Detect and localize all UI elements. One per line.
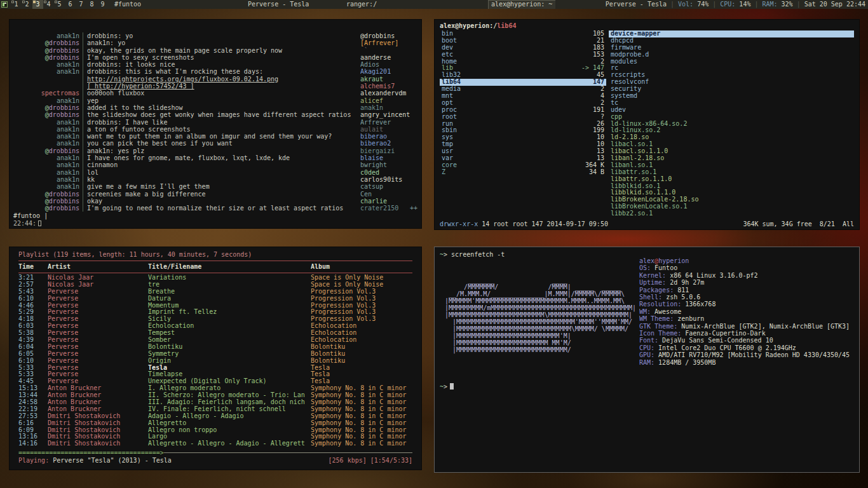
irc-nicklist-item[interactable]: Cen <box>360 191 417 198</box>
workspace-tag[interactable]: 8 <box>86 0 97 9</box>
ranger-preview-entry[interactable]: libBrokenLocale.so.1 <box>609 203 854 210</box>
ranger-preview-entry[interactable]: modprobe.d <box>609 51 854 58</box>
irc-nicklist-item[interactable]: Adios <box>360 61 417 68</box>
ranger-dir-entry[interactable]: lib64 147 <box>440 79 606 86</box>
workspace-tag[interactable]: 7 <box>76 0 86 9</box>
irc-nicklist-item[interactable]: alexandervdm <box>360 90 417 97</box>
ranger-preview-entry[interactable]: cpp <box>609 114 854 121</box>
ranger-preview-entry[interactable]: ld-linux.so.2 <box>609 127 854 134</box>
taskbar-item[interactable]: Perverse - Tesla <box>248 0 309 9</box>
ranger-preview-entry[interactable]: libbz2.so.1 <box>609 210 854 217</box>
ranger-preview-entry[interactable]: libblkid.so.1.1.0 <box>609 189 854 196</box>
playlist-track-row[interactable]: 6:10 Perverse Origin Bolontiku <box>18 358 412 365</box>
ranger-preview-entry[interactable]: ld-2.18.so <box>609 134 854 141</box>
ranger-window[interactable]: alex@hyperion:/lib64 bin 105 boot 21 dev <box>434 19 860 230</box>
playlist-track-row[interactable]: 5:43 Perverse Breathe Progression Vol.3 <box>18 288 412 295</box>
ranger-dir-entry[interactable]: var 13 <box>440 155 606 162</box>
playlist-track-row[interactable]: 27:53 Dmitri Shostakovich Adagio - Alleg… <box>18 413 412 420</box>
playlist-track-row[interactable]: 3:21 Nicolas Jaar Variations Space is On… <box>18 274 412 281</box>
ranger-dir-entry[interactable]: mnt 4 <box>440 93 606 100</box>
playlist-track-row[interactable]: 13:16 Dmitri Shostakovich Largo Symphony… <box>18 433 412 440</box>
ranger-preview-entry[interactable]: libattr.so.1 <box>609 169 854 176</box>
ranger-preview-entry[interactable]: rcscripts <box>609 72 854 79</box>
ranger-dir-entry[interactable]: home 2 <box>440 58 606 65</box>
shell-prompt-empty[interactable]: ~> <box>440 383 454 390</box>
irc-nicklist-item[interactable]: biberao2 <box>360 140 417 147</box>
playback-progress-bar[interactable]: =====================================> <box>18 449 412 456</box>
playlist-track-row[interactable]: 5:33 Perverse Timelapse Tesla <box>18 371 412 378</box>
irc-nicklist-item[interactable]: [Arfrever] <box>360 39 417 46</box>
ranger-dir-entry[interactable]: dev 183 <box>440 44 606 51</box>
ranger-preview-entry[interactable]: systemd <box>609 93 854 100</box>
irc-nicklist-item[interactable]: blaise <box>360 154 417 161</box>
playlist-track-row[interactable]: 4:46 Perverse Momentum Progression Vol.3 <box>18 302 412 309</box>
irc-nicklist-item[interactable]: aulait <box>360 126 417 133</box>
playlist-track-row[interactable]: 24:58 Anton Bruckner III. Adagio: Feierl… <box>18 399 412 406</box>
playlist-track-row[interactable]: 6:16 Dmitri Shostakovich Allegretto Symp… <box>18 420 412 427</box>
workspace-tag[interactable]: 4 <box>43 0 54 9</box>
playlist-track-row[interactable]: 4:18 Perverse Sicily Progression Vol.3 <box>18 316 412 323</box>
irc-nicklist-item[interactable]: _`_ <box>360 47 417 54</box>
ranger-dir-entry[interactable]: lib -> 147 <box>440 65 606 72</box>
playlist-track-row[interactable]: 5:33 Perverse Tesla Tesla <box>18 365 412 372</box>
playlist-track-row[interactable]: 14:16 Dmitri Shostakovich Allegretto - A… <box>18 440 412 447</box>
ranger-preview-entry[interactable]: libacl.so.1 <box>609 141 854 148</box>
ranger-dir-entry[interactable]: sys 10 <box>440 134 606 141</box>
playlist-track-row[interactable]: 6:09 Dmitri Shostakovich Allegro non tro… <box>18 427 412 434</box>
ranger-preview-entry[interactable]: tc <box>609 100 854 107</box>
irc-nicklist-item[interactable]: biergaizi <box>360 147 417 154</box>
ranger-dir-entry[interactable]: Z 34 B <box>440 169 606 176</box>
playlist-track-row[interactable]: 5:38 Perverse Tempest Echolocation <box>18 330 412 337</box>
ranger-preview-entry[interactable]: rc <box>609 65 854 72</box>
ranger-dir-entry[interactable]: sbin 199 <box>440 127 606 134</box>
ranger-preview-entry[interactable]: device-mapper <box>609 30 854 37</box>
ranger-dir-entry[interactable]: bin 105 <box>440 30 606 37</box>
ranger-preview-entry[interactable]: udev <box>609 107 854 114</box>
irc-nicklist-item[interactable]: catsup <box>360 183 417 190</box>
ranger-preview-entry[interactable]: libanl.so.1 <box>609 162 854 169</box>
irc-nicklist-item[interactable]: alicef <box>360 97 417 104</box>
irc-nicklist-item[interactable]: alchemis7 <box>360 83 417 90</box>
irc-nicklist-item[interactable]: anak1n <box>360 104 417 111</box>
workspace-tag[interactable]: 9 <box>97 0 108 9</box>
irc-nicklist-item[interactable]: biberao <box>360 133 417 140</box>
irc-input-line[interactable]: 22:44: <box>13 220 417 227</box>
ranger-preview-entry[interactable]: libBrokenLocale-2.18.so <box>609 196 854 203</box>
playlist-track-row[interactable]: 6:04 Perverse Bolontiku Bolontiku <box>18 344 412 351</box>
ranger-preview-entry[interactable]: libacl.so.1.1.0 <box>609 148 854 155</box>
ranger-preview-entry[interactable]: ld-linux-x86-64.so.2 <box>609 121 854 128</box>
irc-nicklist-item[interactable]: akraut <box>360 76 417 83</box>
terminal-window[interactable]: ~> screenfetch -t _______ ____ /MMMMMMM/… <box>434 247 860 473</box>
workspace-tag[interactable]: 2 <box>22 0 32 9</box>
workspace-tag[interactable]: 1 <box>11 0 22 9</box>
irc-nicklist-item[interactable]: crater2150 ++ <box>360 205 417 212</box>
ranger-dir-entry[interactable]: run 26 <box>440 121 606 128</box>
irc-nicklist-item[interactable]: c0ded <box>360 169 417 176</box>
layout-icon[interactable] <box>1 1 8 8</box>
playlist-track-row[interactable]: 5:29 Perverse Imprint ft. Tellez Progres… <box>18 309 412 316</box>
music-player-window[interactable]: Playlist (119 items, length: 11 hours, 4… <box>9 247 422 470</box>
ranger-preview-entry[interactable]: libblkid.so.1 <box>609 183 854 190</box>
playlist-track-row[interactable]: 13:44 Anton Bruckner II. Scherzo: Allegr… <box>18 392 412 399</box>
irc-nicklist-item[interactable]: charlie <box>360 198 417 205</box>
ranger-preview-entry[interactable]: resolvconf <box>609 79 854 86</box>
ranger-dir-entry[interactable]: opt 2 <box>440 100 606 107</box>
irc-nicklist-item[interactable]: aanderse <box>360 54 417 61</box>
ranger-dir-entry[interactable]: boot 21 <box>440 37 606 44</box>
playlist-track-row[interactable]: 6:05 Perverse Symmetry Bolontiku <box>18 351 412 358</box>
workspace-tag[interactable]: 6 <box>65 0 76 9</box>
taskbar-item[interactable]: alex@hyperion: ~ <box>488 0 555 9</box>
ranger-preview-entry[interactable]: security <box>609 86 854 93</box>
irc-window[interactable]: EsperNet &bitlbee #renoise #kxstudio #op… <box>9 19 422 229</box>
ranger-dir-entry[interactable]: core 364 K <box>440 162 606 169</box>
irc-nicklist-item[interactable]: @drobbins <box>360 32 417 39</box>
taskbar-item[interactable]: ranger:/ <box>346 0 377 9</box>
irc-nicklist-item[interactable]: bwright <box>360 161 417 168</box>
ranger-preview-entry[interactable]: firmware <box>609 44 854 51</box>
playlist-track-row[interactable]: 22:19 Anton Bruckner IV. Finale: Feierli… <box>18 406 412 413</box>
playlist-track-row[interactable]: 4:39 Perverse Somber Echolocation <box>18 337 412 344</box>
ranger-dir-entry[interactable]: media 2 <box>440 86 606 93</box>
ranger-dir-entry[interactable]: proc 191 <box>440 107 606 114</box>
ranger-dir-entry[interactable]: etc 153 <box>440 51 606 58</box>
ranger-dir-entry[interactable]: usr 13 <box>440 148 606 155</box>
